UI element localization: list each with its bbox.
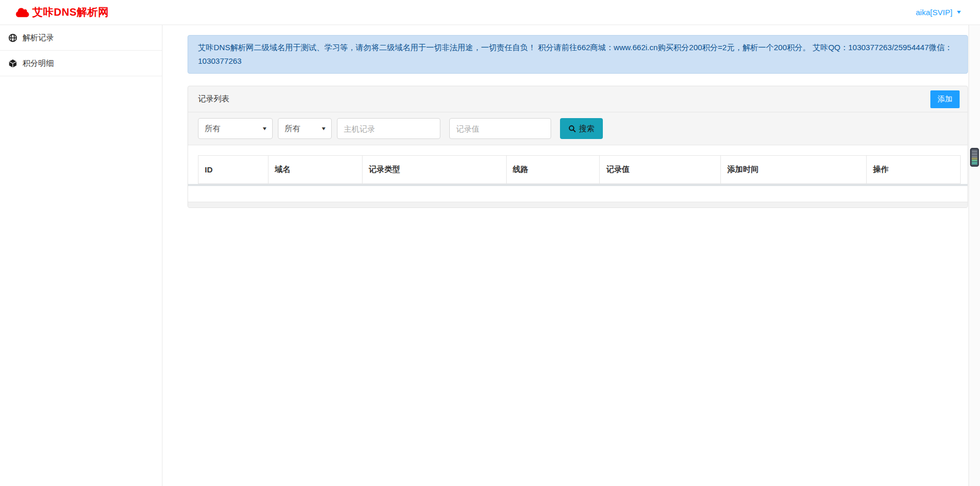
search-button[interactable]: 搜索 (560, 118, 603, 139)
sidebar-item-records[interactable]: 解析记录 (0, 25, 162, 51)
sidebar: 解析记录 积分明细 (0, 25, 162, 486)
host-record-input[interactable] (337, 118, 440, 139)
record-value-input[interactable] (449, 118, 551, 139)
chevron-down-icon: ▼ (955, 10, 962, 15)
sidebar-item-points[interactable]: 积分明细 (0, 51, 162, 76)
scrollbar-track (969, 25, 980, 486)
col-header-action: 操作 (867, 156, 961, 184)
chevron-down-icon: ▼ (321, 126, 327, 131)
brand-link[interactable]: 艾咔DNS解析网 (16, 5, 109, 19)
user-menu-label: aika[SVIP] (916, 8, 952, 17)
brand-title: 艾咔DNS解析网 (32, 5, 109, 19)
sidebar-item-label: 积分明细 (22, 59, 54, 68)
add-button[interactable]: 添加 (930, 90, 960, 108)
type-select[interactable]: 所有 ▼ (278, 118, 332, 139)
records-table-wrap: ID 域名 记录类型 线路 记录值 添加时间 操作 (188, 145, 967, 184)
main-area: 艾咔DNS解析网二级域名用于测试、学习等，请勿将二级域名用于一切非法用途，一切责… (162, 25, 980, 486)
notice-banner: 艾咔DNS解析网二级域名用于测试、学习等，请勿将二级域名用于一切非法用途，一切责… (188, 35, 968, 74)
col-header-time: 添加时间 (721, 156, 867, 184)
record-list-panel: 记录列表 添加 所有 ▼ 所有 ▼ (188, 86, 968, 208)
search-button-label: 搜索 (579, 124, 594, 134)
col-header-id: ID (199, 156, 269, 184)
scrollbar-minimap-thumb[interactable] (970, 148, 979, 167)
globe-icon (8, 33, 17, 42)
panel-footer (188, 202, 967, 207)
cloud-icon (16, 7, 29, 18)
col-header-type: 记录类型 (362, 156, 506, 184)
table-empty-space (188, 186, 967, 202)
panel-header: 记录列表 添加 (188, 86, 967, 112)
records-table: ID 域名 记录类型 线路 记录值 添加时间 操作 (198, 155, 961, 184)
cube-icon (8, 59, 17, 68)
table-header-row: ID 域名 记录类型 线路 记录值 添加时间 操作 (199, 156, 961, 184)
sidebar-item-label: 解析记录 (22, 33, 54, 43)
chevron-down-icon: ▼ (262, 126, 268, 131)
col-header-line: 线路 (506, 156, 600, 184)
top-navbar: 艾咔DNS解析网 aika[SVIP] ▼ (0, 0, 980, 25)
search-icon (568, 125, 576, 133)
domain-select-value: 所有 (205, 124, 220, 134)
user-menu[interactable]: aika[SVIP] ▼ (916, 8, 961, 17)
type-select-value: 所有 (285, 124, 300, 134)
filter-bar: 所有 ▼ 所有 ▼ 搜索 (188, 112, 967, 145)
col-header-domain: 域名 (268, 156, 362, 184)
col-header-value: 记录值 (600, 156, 721, 184)
panel-title: 记录列表 (198, 94, 229, 104)
domain-select[interactable]: 所有 ▼ (198, 118, 273, 139)
